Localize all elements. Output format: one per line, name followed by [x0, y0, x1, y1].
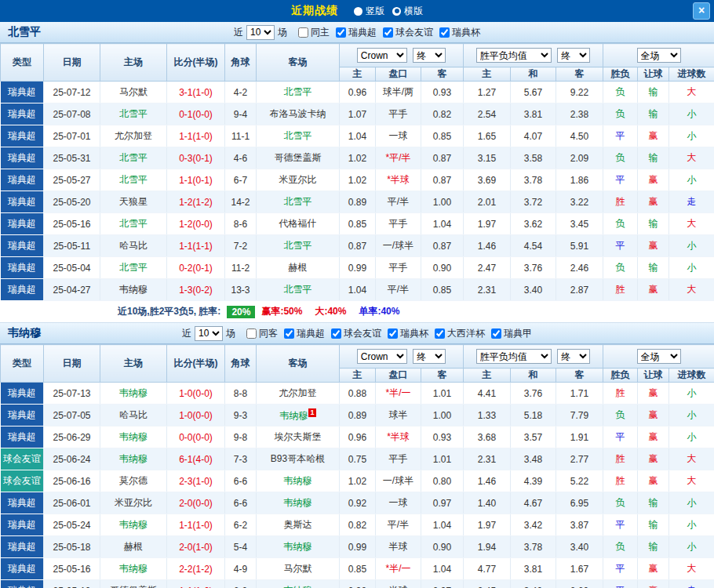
europe-away-odds: 6.95 — [556, 492, 603, 514]
match-row: 瑞典超 25-06-29 韦纳穆 0-0(0-0) 9-8 埃尔夫斯堡 0.96… — [1, 426, 714, 448]
summary-stat: 大:40% — [315, 305, 346, 318]
league-filter[interactable]: 大西洋杯 — [435, 327, 485, 340]
league-filter[interactable]: 同客 — [246, 327, 278, 340]
filter-checkbox[interactable] — [491, 328, 501, 339]
result-win-draw-lose: 负 — [603, 536, 638, 558]
result-handicap: 赢 — [638, 580, 669, 588]
europe-draw-odds: 3.78 — [511, 169, 556, 191]
match-count-select[interactable]: 10 — [246, 25, 275, 40]
filter-checkbox[interactable] — [383, 27, 393, 38]
result-goals: 小 — [669, 103, 714, 125]
filter-checkbox[interactable] — [331, 328, 341, 339]
summary-stat: 单率:40% — [359, 305, 399, 318]
asian-handicap: 平手 — [376, 213, 421, 235]
filter-bar: 近 10 场 同主瑞典超球会友谊瑞典杯 — [234, 25, 480, 40]
bookmaker-select[interactable]: Crown — [357, 48, 407, 63]
league-filter[interactable]: 瑞典杯 — [439, 26, 480, 39]
league-filters: 同客瑞典超球会友谊瑞典杯大西洋杯瑞典甲 — [240, 327, 532, 340]
home-team: 北雪平 — [100, 103, 167, 125]
europe-away-odds: 2.77 — [556, 448, 603, 470]
score: 0-3(0-1) — [167, 147, 225, 169]
asian-handicap: *半/一 — [376, 558, 421, 580]
europe-draw-odds: 4.39 — [511, 470, 556, 492]
asian-away-odds: 1.01 — [421, 383, 464, 405]
league-filter[interactable]: 球会友谊 — [383, 26, 433, 39]
result-win-draw-lose: 胜 — [603, 279, 638, 301]
corner-score: 6-6 — [225, 470, 257, 492]
col-header-europe-away: 客 — [556, 67, 603, 82]
result-handicap: 输 — [638, 514, 669, 536]
asian-home-odds: 1.02 — [340, 470, 376, 492]
filter-checkbox[interactable] — [336, 27, 346, 38]
col-header-score: 比分(半场) — [167, 44, 225, 82]
scope-select[interactable]: 全场 — [637, 48, 681, 63]
europe-home-odds: 4.41 — [464, 383, 511, 405]
corner-score: 4-9 — [225, 558, 257, 580]
league-filter[interactable]: 瑞典超 — [284, 327, 325, 340]
away-team: 韦纳穆 — [257, 470, 340, 492]
asian-stage-select[interactable]: 终 — [413, 48, 446, 63]
asian-away-odds: 0.87 — [421, 169, 464, 191]
result-win-draw-lose: 负 — [603, 405, 638, 426]
league-filter[interactable]: 球会友谊 — [331, 327, 381, 340]
filter-label: 球会友谊 — [344, 327, 381, 340]
score: 0-0(0-0) — [167, 426, 225, 448]
away-team: 尤尔加登 — [257, 383, 340, 405]
radio-icon[interactable] — [392, 7, 401, 16]
home-team: 马尔默 — [100, 82, 167, 103]
europe-home-odds: 3.68 — [464, 426, 511, 448]
filter-checkbox[interactable] — [284, 328, 294, 339]
asian-handicap: *半球 — [376, 169, 421, 191]
scope-select[interactable]: 全场 — [637, 349, 681, 364]
league-badge: 瑞典超 — [1, 536, 44, 558]
bookmaker-select[interactable]: Crown — [357, 349, 407, 364]
close-button[interactable]: × — [693, 2, 710, 20]
europe-stage-select[interactable]: 终 — [557, 349, 590, 364]
filter-checkbox[interactable] — [246, 328, 257, 339]
europe-draw-odds: 4.07 — [511, 125, 556, 147]
filter-checkbox[interactable] — [388, 328, 398, 339]
europe-type-select[interactable]: 胜平负均值 — [476, 48, 552, 63]
score: 2-0(0-0) — [167, 492, 225, 514]
europe-home-odds: 3.69 — [464, 169, 511, 191]
result-goals: 小 — [669, 492, 714, 514]
home-team: 尤尔加登 — [100, 125, 167, 147]
asian-home-odds: 0.85 — [340, 213, 376, 235]
league-filter[interactable]: 同主 — [298, 26, 330, 39]
team-section-norrkoping: 北雪平 近 10 场 同主瑞典超球会友谊瑞典杯 类型 日期 主场 — [0, 22, 714, 323]
summary-bar: 近10场,胜2平3负5, 胜率:20%赢率:50%大:40%单率:40% — [0, 301, 714, 323]
col-header-asian-home: 主 — [340, 368, 376, 383]
asian-away-odds: 0.90 — [421, 536, 464, 558]
asian-handicap: 平/半 — [376, 279, 421, 301]
asian-away-odds: 1.01 — [421, 448, 464, 470]
asian-stage-select[interactable]: 终 — [413, 349, 446, 364]
filter-checkbox[interactable] — [435, 328, 445, 339]
europe-away-odds: 3.22 — [556, 191, 603, 213]
match-count-select[interactable]: 10 — [195, 326, 223, 341]
league-filter[interactable]: 瑞典杯 — [388, 327, 428, 340]
league-filter[interactable]: 瑞典甲 — [491, 327, 532, 340]
radio-icon[interactable] — [354, 7, 362, 16]
europe-draw-odds: 3.40 — [511, 279, 556, 301]
filter-checkbox[interactable] — [439, 27, 450, 38]
league-filter[interactable]: 瑞典超 — [336, 26, 377, 39]
match-date: 25-07-13 — [44, 383, 100, 405]
result-handicap: 输 — [638, 492, 669, 514]
corner-score: 13-3 — [225, 279, 257, 301]
europe-away-odds: 2.09 — [556, 147, 603, 169]
asian-home-odds: 0.99 — [340, 257, 376, 279]
match-row: 球会友谊 25-06-16 莫尔德 2-3(1-0) 6-6 韦纳穆 1.02 … — [1, 470, 714, 492]
filter-checkbox[interactable] — [298, 27, 308, 38]
europe-type-select[interactable]: 胜平负均值 — [476, 349, 552, 364]
view-option[interactable]: 竖版 — [354, 5, 384, 18]
view-option[interactable]: 横版 — [392, 5, 423, 18]
score: 3-1(1-0) — [167, 82, 225, 103]
europe-away-odds: 1.86 — [556, 169, 603, 191]
europe-home-odds: 1.97 — [464, 213, 511, 235]
score: 1-2(1-2) — [167, 191, 225, 213]
asian-handicap: 平手 — [376, 257, 421, 279]
europe-stage-select[interactable]: 终 — [557, 48, 590, 63]
result-win-draw-lose: 胜 — [603, 470, 638, 492]
result-handicap: 赢 — [638, 169, 669, 191]
asian-home-odds: 0.89 — [340, 405, 376, 426]
